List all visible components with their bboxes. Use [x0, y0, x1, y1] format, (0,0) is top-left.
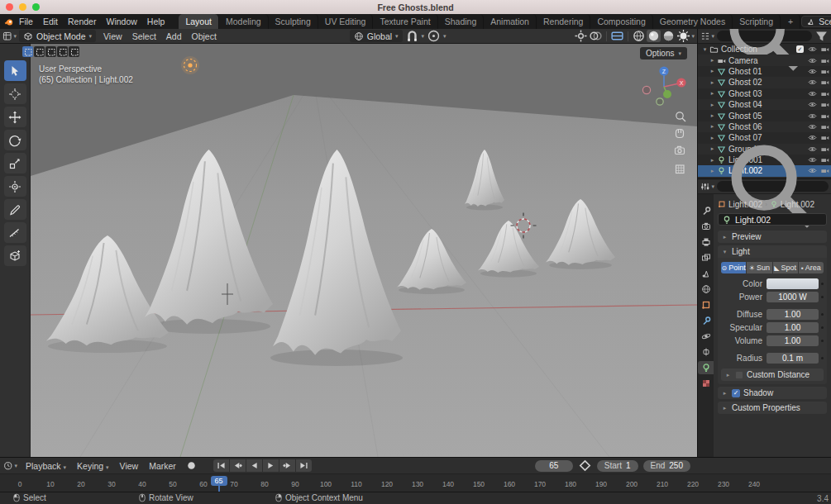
transform-orientation-dropdown[interactable]: Global ▾	[350, 30, 403, 42]
timeline-editor-type-button[interactable]: ▾	[3, 459, 17, 472]
hide-in-viewport-icon[interactable]	[806, 89, 819, 98]
tool-cursor-button[interactable]	[4, 83, 26, 104]
tool-transform-button[interactable]	[4, 176, 26, 197]
axis-neg-y-handle[interactable]	[657, 98, 663, 105]
shadow-checkbox[interactable]: ✓	[732, 389, 740, 397]
animate-property-dot[interactable]	[821, 326, 824, 329]
animate-property-dot[interactable]	[821, 283, 824, 285]
name-input[interactable]: Light.002	[718, 213, 827, 226]
power-field[interactable]: 1000 W	[767, 292, 819, 302]
animate-property-dot[interactable]	[821, 357, 824, 359]
light-object-gizmo[interactable]	[181, 56, 199, 74]
timeline-playhead[interactable]: 65	[210, 476, 227, 486]
outliner-item-ghost-06[interactable]: ▸Ghost 06	[698, 121, 831, 132]
properties-tab-texture[interactable]	[698, 377, 714, 390]
select-mode-2-button[interactable]	[45, 46, 56, 57]
disable-in-render-icon[interactable]	[819, 112, 831, 121]
tool-measure-button[interactable]	[4, 222, 26, 243]
select-mode-1-button[interactable]	[34, 46, 45, 57]
hide-in-viewport-icon[interactable]	[806, 45, 819, 54]
workspace-tab-animation[interactable]: Animation	[484, 14, 537, 29]
disable-in-render-icon[interactable]	[819, 89, 831, 98]
disable-in-render-icon[interactable]	[819, 122, 831, 131]
properties-tab-tool[interactable]	[698, 204, 714, 217]
viewport-menu-view[interactable]: View	[98, 30, 127, 43]
play-button[interactable]	[263, 459, 279, 472]
snap-magnet-toggle[interactable]	[405, 30, 419, 42]
light-type-point[interactable]: ⊙Point	[721, 262, 746, 273]
breadcrumb-data[interactable]: Light.002	[781, 200, 814, 209]
properties-tab-output[interactable]	[698, 235, 714, 249]
properties-tab-world[interactable]	[698, 283, 714, 296]
frame-start-field[interactable]: Start 1	[597, 460, 638, 472]
add-workspace-button[interactable]: +	[781, 14, 800, 29]
hide-in-viewport-icon[interactable]	[806, 67, 819, 76]
editor-type-button[interactable]: ▾	[2, 30, 17, 42]
properties-tab-scene[interactable]	[698, 267, 714, 280]
timeline-menu-playback[interactable]: Playback ▾	[21, 459, 71, 473]
filter-icon[interactable]	[814, 30, 829, 42]
breadcrumb-object[interactable]: Light.002	[728, 200, 762, 209]
panel-preview[interactable]: ▸ Preview	[718, 231, 827, 243]
disclosure-triangle[interactable]: ▸	[709, 145, 716, 152]
custom-distance-checkbox[interactable]	[735, 371, 743, 379]
timeline-menu-marker[interactable]: Marker	[144, 459, 181, 473]
menu-window[interactable]: Window	[101, 15, 141, 28]
properties-tab-object[interactable]	[698, 298, 714, 311]
disclosure-triangle[interactable]: ▸	[709, 157, 716, 164]
show-gizmo-toggle[interactable]	[574, 30, 588, 42]
radius-field[interactable]: 0.1 m	[767, 353, 819, 364]
proportional-edit-toggle[interactable]	[427, 30, 441, 42]
light-type-spot[interactable]: ◣Spot	[773, 262, 798, 273]
outliner-item-ghost-04[interactable]: ▸Ghost 04	[698, 99, 831, 110]
disable-in-render-icon[interactable]	[819, 67, 831, 76]
workspace-tab-compositing[interactable]: Compositing	[590, 14, 652, 29]
properties-tab-object-data[interactable]	[698, 361, 714, 374]
properties-tab-physics[interactable]	[698, 330, 714, 343]
workspace-tab-texture-paint[interactable]: Texture Paint	[373, 14, 437, 29]
disclosure-triangle[interactable]: ▾	[701, 46, 709, 53]
timeline-ruler[interactable]: 0102030405060708090100110120130140150160…	[0, 474, 831, 492]
toggle-xray-button[interactable]	[610, 30, 624, 42]
collection-checkbox[interactable]: ✓	[794, 45, 806, 53]
options-dropdown[interactable]: Options ▾	[640, 47, 687, 59]
shading-rendered-button[interactable]	[676, 30, 690, 42]
hide-in-viewport-icon[interactable]	[806, 78, 819, 87]
hide-in-viewport-icon[interactable]	[806, 100, 819, 109]
disclosure-triangle[interactable]: ▸	[709, 123, 716, 130]
disclosure-triangle[interactable]: ▸	[709, 102, 716, 108]
panel-custom-properties[interactable]: ▸ Custom Properties	[718, 402, 827, 414]
jump-next-keyframe-button[interactable]	[279, 459, 295, 472]
jump-prev-keyframe-button[interactable]	[230, 459, 246, 472]
tool-scale-button[interactable]	[4, 153, 26, 174]
outliner-item-ghost-05[interactable]: ▸Ghost 05	[698, 110, 831, 121]
disable-in-render-icon[interactable]	[819, 100, 831, 109]
tool-select-button[interactable]	[4, 60, 26, 81]
auto-keyframe-toggle[interactable]	[184, 459, 198, 472]
light-type-area[interactable]: ▪Area	[799, 262, 824, 273]
animate-property-dot[interactable]	[821, 340, 824, 342]
scene-selector[interactable]: Scene ×	[801, 16, 831, 27]
select-mode-4-button[interactable]	[69, 46, 79, 57]
jump-to-start-button[interactable]	[213, 459, 229, 472]
shading-solid-button[interactable]	[647, 30, 661, 42]
menu-edit[interactable]: Edit	[38, 15, 63, 28]
disclosure-triangle[interactable]: ▸	[709, 57, 716, 64]
workspace-tab-layout[interactable]: Layout	[179, 14, 219, 29]
menu-render[interactable]: Render	[63, 15, 101, 28]
disclosure-triangle[interactable]: ▸	[709, 112, 716, 119]
outliner-item-ghost-02[interactable]: ▸Ghost 02	[698, 77, 831, 88]
specular-field[interactable]: 1.00	[767, 322, 819, 333]
hide-in-viewport-icon[interactable]	[806, 112, 819, 121]
workspace-tab-rendering[interactable]: Rendering	[537, 14, 590, 29]
outliner-item-ghost-01[interactable]: ▸Ghost 01	[698, 66, 831, 77]
viewport-3d[interactable]: Z X User Perspective (65) Collection | L…	[31, 44, 697, 457]
outliner-item-collection[interactable]: ▾Collection✓	[698, 44, 831, 55]
outliner-item-ghost-03[interactable]: ▸Ghost 03	[698, 88, 831, 99]
blender-logo-icon[interactable]	[3, 17, 13, 26]
axis-y-handle[interactable]	[663, 90, 671, 98]
timeline-menu-keying[interactable]: Keying ▾	[72, 459, 114, 473]
mode-dropdown[interactable]: Object Mode ▾	[19, 30, 96, 42]
timeline-menu-view[interactable]: View	[115, 459, 144, 473]
disclosure-triangle[interactable]: ▸	[709, 90, 716, 97]
